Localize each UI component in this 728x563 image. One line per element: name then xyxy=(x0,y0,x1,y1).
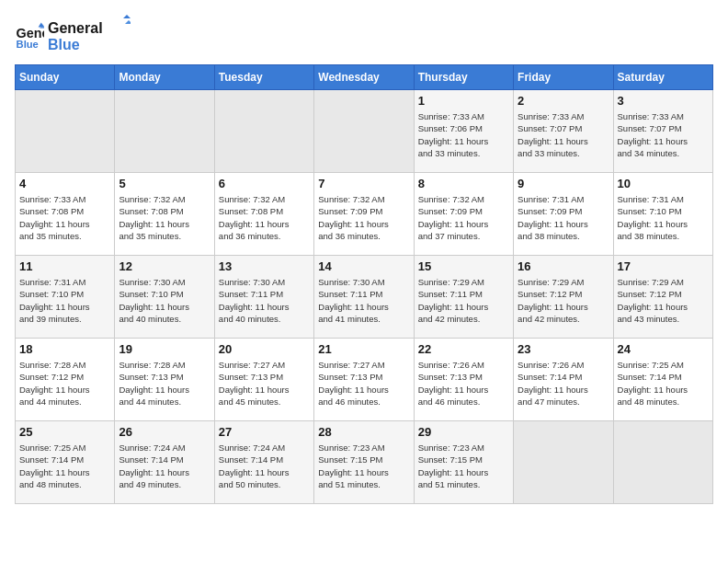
week-row-2: 4Sunrise: 7:33 AM Sunset: 7:08 PM Daylig… xyxy=(16,173,713,256)
day-number: 11 xyxy=(19,259,110,273)
logo-svg: General Blue xyxy=(48,15,131,53)
header-row: SundayMondayTuesdayWednesdayThursdayFrid… xyxy=(16,65,713,90)
day-info: Sunrise: 7:24 AM Sunset: 7:14 PM Dayligh… xyxy=(119,442,210,490)
day-number: 20 xyxy=(219,342,310,356)
day-cell: 20Sunrise: 7:27 AM Sunset: 7:13 PM Dayli… xyxy=(214,339,313,421)
day-number: 15 xyxy=(418,259,509,273)
day-number: 10 xyxy=(618,177,709,190)
day-info: Sunrise: 7:27 AM Sunset: 7:13 PM Dayligh… xyxy=(318,359,409,408)
svg-marker-7 xyxy=(125,20,131,24)
day-number: 6 xyxy=(219,177,310,190)
day-cell: 8Sunrise: 7:32 AM Sunset: 7:09 PM Daylig… xyxy=(414,173,513,256)
day-info: Sunrise: 7:26 AM Sunset: 7:13 PM Dayligh… xyxy=(418,359,509,408)
day-info: Sunrise: 7:30 AM Sunset: 7:11 PM Dayligh… xyxy=(318,276,409,325)
day-cell: 4Sunrise: 7:33 AM Sunset: 7:08 PM Daylig… xyxy=(16,173,115,256)
day-number: 2 xyxy=(518,94,609,108)
day-cell: 16Sunrise: 7:29 AM Sunset: 7:12 PM Dayli… xyxy=(514,256,613,339)
day-cell: 5Sunrise: 7:32 AM Sunset: 7:08 PM Daylig… xyxy=(115,173,214,256)
day-number: 7 xyxy=(318,177,409,190)
day-info: Sunrise: 7:33 AM Sunset: 7:08 PM Dayligh… xyxy=(19,193,110,242)
day-number: 26 xyxy=(119,425,210,439)
day-cell: 24Sunrise: 7:25 AM Sunset: 7:14 PM Dayli… xyxy=(613,339,712,421)
day-number: 28 xyxy=(318,425,409,439)
day-number: 19 xyxy=(119,342,210,356)
day-info: Sunrise: 7:31 AM Sunset: 7:09 PM Dayligh… xyxy=(518,193,609,242)
day-cell: 21Sunrise: 7:27 AM Sunset: 7:13 PM Dayli… xyxy=(314,339,414,421)
day-cell: 6Sunrise: 7:32 AM Sunset: 7:08 PM Daylig… xyxy=(214,173,313,256)
day-number: 3 xyxy=(618,94,709,108)
day-number: 18 xyxy=(19,342,110,356)
header-cell-tuesday: Tuesday xyxy=(214,65,313,90)
day-cell: 11Sunrise: 7:31 AM Sunset: 7:10 PM Dayli… xyxy=(16,256,115,339)
day-info: Sunrise: 7:30 AM Sunset: 7:10 PM Dayligh… xyxy=(119,276,210,325)
day-info: Sunrise: 7:32 AM Sunset: 7:08 PM Dayligh… xyxy=(119,193,210,242)
day-info: Sunrise: 7:27 AM Sunset: 7:13 PM Dayligh… xyxy=(219,359,310,408)
day-cell: 15Sunrise: 7:29 AM Sunset: 7:11 PM Dayli… xyxy=(414,256,513,339)
day-info: Sunrise: 7:31 AM Sunset: 7:10 PM Dayligh… xyxy=(19,276,110,325)
day-info: Sunrise: 7:32 AM Sunset: 7:09 PM Dayligh… xyxy=(418,193,509,242)
week-row-3: 11Sunrise: 7:31 AM Sunset: 7:10 PM Dayli… xyxy=(16,256,713,339)
day-number: 5 xyxy=(119,177,210,190)
week-row-5: 25Sunrise: 7:25 AM Sunset: 7:14 PM Dayli… xyxy=(16,421,713,504)
header-cell-monday: Monday xyxy=(115,65,214,90)
day-info: Sunrise: 7:23 AM Sunset: 7:15 PM Dayligh… xyxy=(418,442,509,490)
header: General Blue General Blue xyxy=(15,15,713,57)
day-cell: 18Sunrise: 7:28 AM Sunset: 7:12 PM Dayli… xyxy=(16,339,115,421)
day-cell: 26Sunrise: 7:24 AM Sunset: 7:14 PM Dayli… xyxy=(115,421,214,504)
day-number: 22 xyxy=(418,342,509,356)
day-cell: 14Sunrise: 7:30 AM Sunset: 7:11 PM Dayli… xyxy=(314,256,414,339)
header-cell-wednesday: Wednesday xyxy=(314,65,414,90)
week-row-1: 1Sunrise: 7:33 AM Sunset: 7:06 PM Daylig… xyxy=(16,90,713,173)
day-number: 23 xyxy=(518,342,609,356)
day-cell: 9Sunrise: 7:31 AM Sunset: 7:09 PM Daylig… xyxy=(514,173,613,256)
day-info: Sunrise: 7:28 AM Sunset: 7:13 PM Dayligh… xyxy=(119,359,210,408)
svg-marker-6 xyxy=(123,15,131,18)
day-number: 14 xyxy=(318,259,409,273)
day-cell: 19Sunrise: 7:28 AM Sunset: 7:13 PM Dayli… xyxy=(115,339,214,421)
day-info: Sunrise: 7:25 AM Sunset: 7:14 PM Dayligh… xyxy=(618,359,709,408)
day-info: Sunrise: 7:33 AM Sunset: 7:06 PM Dayligh… xyxy=(418,110,509,159)
day-number: 16 xyxy=(518,259,609,273)
day-info: Sunrise: 7:32 AM Sunset: 7:08 PM Dayligh… xyxy=(219,193,310,242)
day-cell: 2Sunrise: 7:33 AM Sunset: 7:07 PM Daylig… xyxy=(514,90,613,173)
day-number: 27 xyxy=(219,425,310,439)
day-cell: 3Sunrise: 7:33 AM Sunset: 7:07 PM Daylig… xyxy=(613,90,712,173)
day-cell: 17Sunrise: 7:29 AM Sunset: 7:12 PM Dayli… xyxy=(613,256,712,339)
svg-text:General: General xyxy=(48,20,103,36)
day-cell xyxy=(314,90,414,173)
logo: General Blue General Blue xyxy=(15,15,131,57)
day-info: Sunrise: 7:25 AM Sunset: 7:14 PM Dayligh… xyxy=(19,442,110,490)
day-cell: 25Sunrise: 7:25 AM Sunset: 7:14 PM Dayli… xyxy=(16,421,115,504)
calendar-header: SundayMondayTuesdayWednesdayThursdayFrid… xyxy=(16,65,713,90)
day-info: Sunrise: 7:29 AM Sunset: 7:11 PM Dayligh… xyxy=(418,276,509,325)
day-cell xyxy=(16,90,115,173)
day-info: Sunrise: 7:24 AM Sunset: 7:14 PM Dayligh… xyxy=(219,442,310,490)
day-cell: 1Sunrise: 7:33 AM Sunset: 7:06 PM Daylig… xyxy=(414,90,513,173)
day-number: 17 xyxy=(618,259,709,273)
logo-icon: General Blue xyxy=(15,21,44,51)
calendar-table: SundayMondayTuesdayWednesdayThursdayFrid… xyxy=(15,64,713,504)
day-cell: 7Sunrise: 7:32 AM Sunset: 7:09 PM Daylig… xyxy=(314,173,414,256)
day-cell: 12Sunrise: 7:30 AM Sunset: 7:10 PM Dayli… xyxy=(115,256,214,339)
day-number: 13 xyxy=(219,259,310,273)
day-number: 9 xyxy=(518,177,609,190)
day-info: Sunrise: 7:30 AM Sunset: 7:11 PM Dayligh… xyxy=(219,276,310,325)
day-info: Sunrise: 7:29 AM Sunset: 7:12 PM Dayligh… xyxy=(618,276,709,325)
day-info: Sunrise: 7:26 AM Sunset: 7:14 PM Dayligh… xyxy=(518,359,609,408)
day-cell xyxy=(214,90,313,173)
day-info: Sunrise: 7:33 AM Sunset: 7:07 PM Dayligh… xyxy=(518,110,609,159)
day-number: 12 xyxy=(119,259,210,273)
day-cell: 29Sunrise: 7:23 AM Sunset: 7:15 PM Dayli… xyxy=(414,421,513,504)
svg-text:Blue: Blue xyxy=(48,37,80,52)
day-number: 24 xyxy=(618,342,709,356)
day-number: 21 xyxy=(318,342,409,356)
day-cell xyxy=(613,421,712,504)
day-cell xyxy=(514,421,613,504)
header-cell-thursday: Thursday xyxy=(414,65,513,90)
day-number: 8 xyxy=(418,177,509,190)
svg-text:Blue: Blue xyxy=(17,39,39,50)
day-info: Sunrise: 7:23 AM Sunset: 7:15 PM Dayligh… xyxy=(318,442,409,490)
day-number: 25 xyxy=(19,425,110,439)
day-cell: 10Sunrise: 7:31 AM Sunset: 7:10 PM Dayli… xyxy=(613,173,712,256)
day-info: Sunrise: 7:33 AM Sunset: 7:07 PM Dayligh… xyxy=(618,110,709,159)
